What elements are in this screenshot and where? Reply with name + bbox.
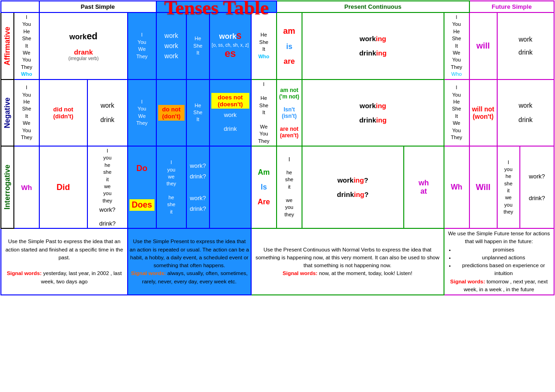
- pres-cont-int-wh: what: [404, 146, 444, 228]
- tenses-table: Past Simple Present Simple Tenses Table …: [0, 0, 555, 295]
- pres-cont-description: Use the Present Continuous with Normal V…: [251, 228, 444, 295]
- pres-cont-int-pronouns: I hesheit weyouthey: [277, 146, 302, 228]
- past-int-pronouns-verbs: Iyouhesheitweyouthey work?drink?: [87, 146, 128, 228]
- pres-cont-neg-pronouns: IHeSheItWeYouThey: [251, 80, 277, 147]
- past-int-wh: Wh: [14, 146, 39, 228]
- present-int-pronouns: Iyouwethey hesheit: [156, 146, 186, 228]
- present-neg-pronouns2: HeSheIt: [186, 80, 210, 147]
- present-aff-works: workS [o, ss, ch, sh, x, z] es: [210, 12, 251, 80]
- pres-cont-aff-verb: working drinking: [302, 12, 444, 80]
- future-aff-will: will: [469, 12, 497, 80]
- present-simple-header: Present Simple Tenses Table: [156, 1, 277, 12]
- present-neg-pronouns1: IYouWeThey: [128, 80, 156, 147]
- future-int-verbs: work?drink?: [520, 146, 554, 228]
- past-simple-header: Past Simple: [39, 1, 156, 12]
- past-neg-didnot: did not(didn't): [39, 80, 87, 147]
- future-aff-pronouns: IYouHeSheItWeYouTheyWho: [444, 12, 469, 80]
- present-int-empty: [210, 146, 251, 228]
- future-aff-verbs: workdrink: [497, 12, 554, 80]
- page-title: Tenses Table: [164, 0, 269, 19]
- present-description: Use the Simple Present to express the id…: [128, 228, 251, 295]
- affirmative-label: Affirmative: [1, 12, 14, 80]
- future-description: We use the Simple Future tense for actio…: [444, 228, 554, 295]
- empty-header: [1, 1, 39, 12]
- past-neg-pronouns: IYouHeSheItWeYouThey: [14, 80, 39, 147]
- future-neg-verbs: workdrink: [497, 80, 554, 147]
- negative-label: Negative: [1, 80, 14, 147]
- interrogative-label: Interrogative: [1, 146, 14, 228]
- present-aff-pronouns1: IYouWeThey: [128, 12, 156, 80]
- future-int-wh: Wh: [444, 146, 469, 228]
- pres-cont-int-verb: working? drinking?: [302, 146, 404, 228]
- future-neg-pronouns: IYouHeSheItWeYouThey: [444, 80, 469, 147]
- present-neg-donot: do not(don't): [156, 80, 186, 147]
- future-neg-willnot: will not(won't): [469, 80, 497, 147]
- past-int-did: Did: [39, 146, 87, 228]
- past-neg-verbs: workdrink: [87, 80, 128, 147]
- pres-cont-aff-be: am is are: [277, 12, 302, 80]
- present-continuous-header: Present Continuous: [277, 1, 469, 12]
- future-int-pronouns: Iyouhesheitweyouthey: [497, 146, 520, 228]
- pres-cont-aff-pronouns1: HeSheItWho: [251, 12, 277, 80]
- past-aff-verbs: worked drank (irregular verb): [39, 12, 128, 80]
- pres-cont-neg-be: am not('m not) Isn't(isn't) are not(aren…: [277, 80, 302, 147]
- present-aff-work1: workworkwork: [156, 12, 186, 80]
- past-description: Use the Simple Past to express the idea …: [1, 228, 128, 295]
- present-int-verbs: work?drink?work?drink?: [186, 146, 210, 228]
- future-int-will: Will: [469, 146, 497, 228]
- present-int-do: Do Does: [128, 146, 156, 228]
- pres-cont-int-am: Am Is Are: [251, 146, 277, 228]
- present-aff-pronouns2: HeSheIt: [186, 12, 210, 80]
- pres-cont-neg-verb: working drinking: [302, 80, 444, 147]
- present-neg-doesnot: does not(doesn't) workdrink: [210, 80, 251, 147]
- past-aff-pronouns: IYouHeSheItWeYouTheyWho: [14, 12, 39, 80]
- future-simple-header: Future Simple: [469, 1, 554, 12]
